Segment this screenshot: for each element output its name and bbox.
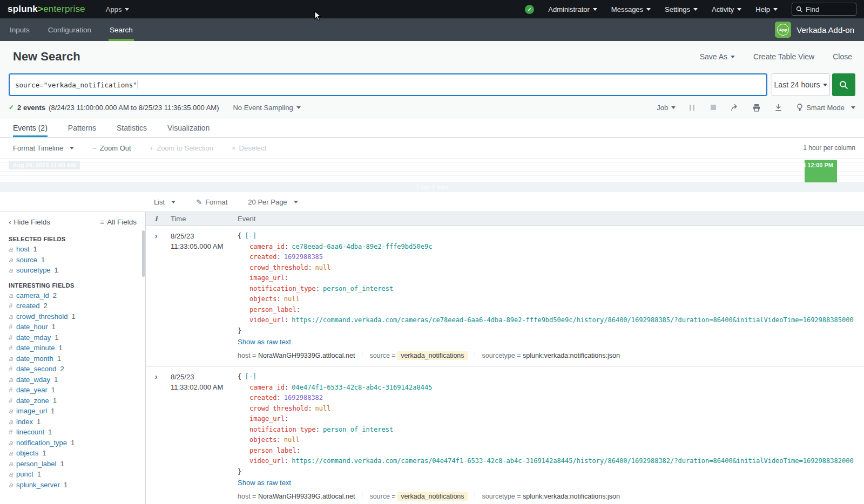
collapse-json-link[interactable]: [-] [245,232,256,240]
field-item-host[interactable]: ahost1 [0,244,145,255]
app-badge-icon: App [775,22,791,38]
save-as-menu[interactable]: Save As [700,52,735,61]
nav-tab-configuration[interactable]: Configuration [47,18,92,41]
lightbulb-icon [796,104,803,112]
minus-icon: − [92,144,97,152]
event-sampling-menu[interactable]: No Event Sampling [233,104,300,112]
search-button[interactable] [832,73,855,96]
hide-fields-button[interactable]: ‹Hide Fields [9,218,50,226]
collapse-json-link[interactable]: [-] [245,373,256,380]
field-type-icon: a [9,311,16,322]
zoom-to-selection-button[interactable]: +Zoom to Selection [150,144,213,152]
caret-down-icon [823,84,827,86]
field-type-icon: # [9,364,16,374]
list-view-menu[interactable]: List [154,198,176,206]
field-item-index[interactable]: aindex1 [0,417,145,427]
apps-menu[interactable]: Apps [106,5,130,13]
format-menu[interactable]: ✎Format [196,198,227,206]
field-item-source[interactable]: asource1 [0,255,145,265]
download-icon [774,104,782,112]
logo-gt-icon: > [38,4,43,14]
events-summary: ✓ 2 events (8/24/23 11:00:00.000 AM to 8… [9,104,219,112]
pause-icon [690,105,694,111]
search-mode-menu[interactable]: Smart Mode [796,104,855,112]
tab-events[interactable]: Events (2) [13,119,48,137]
field-item-date_wday[interactable]: adate_wday1 [0,374,145,385]
find-search-box[interactable] [792,3,856,16]
text-cursor [138,80,138,89]
administrator-menu[interactable]: Administrator [548,5,597,13]
sidebar-scrollbar[interactable] [142,230,145,277]
field-item-date_minute[interactable]: #date_minute1 [0,343,145,353]
stop-button[interactable] [708,103,719,112]
field-item-date_zone[interactable]: #date_zone1 [0,396,145,406]
job-menu[interactable]: Job [657,104,676,112]
show-raw-text-link[interactable]: Show as raw text [238,479,291,487]
help-menu[interactable]: Help [755,5,778,13]
tab-statistics[interactable]: Statistics [117,119,147,137]
field-item-sourcetype[interactable]: asourcetype1 [0,265,145,276]
zoom-out-button[interactable]: −Zoom Out [92,144,131,152]
top-nav-bar: splunk>enterprise Apps ✓ Administrator M… [0,0,864,18]
expand-event-icon[interactable]: › [155,231,158,240]
splunk-logo[interactable]: splunk>enterprise [8,4,85,15]
source-value[interactable]: verkada_notifications [397,492,467,501]
event-column-header: Event [231,215,864,223]
search-query-input[interactable]: source="verkada_notifications" [9,73,767,96]
sourcetype-value[interactable]: splunk:verkada:notifications:json [523,493,620,500]
expand-event-icon[interactable]: › [155,372,158,381]
source-value[interactable]: verkada_notifications [397,351,467,360]
share-button[interactable] [730,103,740,112]
field-item-date_month[interactable]: adate_month1 [0,353,145,364]
field-item-date_mday[interactable]: #date_mday1 [0,332,145,343]
tab-patterns[interactable]: Patterns [68,119,96,137]
caret-down-icon [646,8,651,11]
messages-menu[interactable]: Messages [611,5,651,13]
field-item-date_hour[interactable]: #date_hour1 [0,322,145,332]
all-fields-button[interactable]: ≡All Fields [100,218,137,226]
field-type-icon: # [9,385,16,396]
format-timeline-menu[interactable]: Format Timeline [13,144,74,152]
close-button[interactable]: Close [833,52,852,61]
field-item-notification_type[interactable]: anotification_type1 [0,438,145,448]
create-table-view-button[interactable]: Create Table View [753,52,814,61]
caret-down-icon [731,56,735,58]
app-nav-bar: Inputs Configuration Search App Verkada … [0,18,864,41]
host-value[interactable]: NoraWanGH99339G.attlocal.net [258,352,355,359]
deselect-button[interactable]: ×Deselect [232,144,266,152]
per-page-menu[interactable]: 20 Per Page [248,198,298,206]
nav-tab-inputs[interactable]: Inputs [9,18,31,41]
field-item-objects[interactable]: aobjects1 [0,448,145,459]
find-input[interactable] [806,5,849,13]
field-item-punct[interactable]: apunct1 [0,469,145,480]
pause-button[interactable] [686,103,697,112]
field-item-crowd_threshold[interactable]: acrowd_threshold1 [0,311,145,322]
field-item-created[interactable]: #created2 [0,301,145,311]
nav-tab-search[interactable]: Search [109,18,134,41]
field-item-person_label[interactable]: aperson_label1 [0,459,145,469]
field-type-icon: # [9,343,16,353]
settings-menu[interactable]: Settings [665,5,698,13]
tab-visualization[interactable]: Visualization [167,119,210,137]
export-button[interactable] [773,103,784,112]
field-item-splunk_server[interactable]: asplunk_server1 [0,480,145,491]
timeline-footer-strip: 1 day 1 hour [0,182,864,192]
sourcetype-value[interactable]: splunk:verkada:notifications:json [523,352,620,359]
field-item-linecount[interactable]: #linecount1 [0,427,145,438]
events-timeline-chart[interactable]: Aug 24, 2023 11:00 AM Aug 25, 2023 12:00… [0,158,864,182]
show-raw-text-link[interactable]: Show as raw text [238,338,291,346]
field-item-image_url[interactable]: aimage_url1 [0,406,145,417]
field-type-icon: a [9,290,16,301]
caret-down-icon [693,8,698,11]
field-type-icon: a [9,374,16,385]
time-range-picker[interactable]: Last 24 hours [772,73,830,96]
logo-splunk-text: splunk [8,4,38,14]
events-table-header: i Time Event [146,212,864,226]
print-button[interactable] [751,103,762,112]
field-item-date_second[interactable]: #date_second2 [0,364,145,374]
activity-menu[interactable]: Activity [712,5,741,13]
status-check-icon[interactable]: ✓ [525,5,534,14]
host-value[interactable]: NoraWanGH99339G.attlocal.net [258,493,355,500]
field-item-date_year[interactable]: #date_year1 [0,385,145,396]
field-item-camera_id[interactable]: acamera_id2 [0,290,145,301]
